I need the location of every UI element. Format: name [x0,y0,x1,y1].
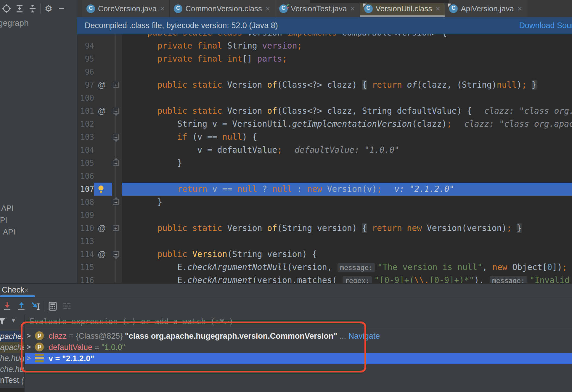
code-text[interactable]: public static Version of(String version)… [122,222,572,235]
line-number[interactable]: 102 [77,118,94,131]
close-icon[interactable]: × [436,5,440,12]
frame-row-4[interactable]: che.hug [0,364,24,375]
code-line-partial[interactable]: public static class Version implements C… [77,34,572,39]
tab-coreversion-java[interactable]: CCoreVersion.java× [82,0,170,17]
code-line-100[interactable]: 100 [77,91,572,105]
code-text[interactable]: public static Version of(Class<?> clazz,… [122,105,572,118]
close-icon[interactable]: × [266,5,270,12]
tab-commonversion-class[interactable]: CCommonVersion.class× [170,0,275,17]
code-text[interactable]: E.checkArgument(version.matches( regex:"… [122,274,572,283]
code-text[interactable] [122,235,572,248]
code-line-95[interactable]: 95 private final int[] parts; [77,52,572,65]
line-number[interactable]: 109 [77,209,94,222]
fold-marker-start-icon[interactable]: − [113,251,119,257]
code-line-96[interactable]: 96 [77,65,572,78]
line-number[interactable]: 103 [77,131,94,144]
close-icon[interactable]: × [160,5,165,12]
line-number[interactable]: 107 [77,183,94,196]
code-text[interactable]: v = defaultValue;defaultValue: "1.0.0" [122,144,572,157]
code-line-105[interactable]: 105− } [77,157,572,170]
code-text[interactable]: E.checkArgumentNotNull(version, message:… [122,261,572,274]
code-text[interactable] [122,65,572,78]
line-number[interactable]: 94 [77,39,94,52]
close-icon[interactable]: × [518,5,522,12]
code-text[interactable] [122,91,572,105]
line-number[interactable]: 113 [77,235,94,248]
gear-icon[interactable]: ⚙ [42,2,55,15]
code-line-102[interactable]: 102 String v = VersionUtil.getImplementa… [77,118,572,131]
run-to-cursor-icon[interactable] [28,299,43,313]
line-number[interactable]: 104 [77,144,94,157]
caret-down-icon[interactable]: ▼ [11,317,16,324]
code-line-107[interactable]: 107 return v == null ? null : new Versio… [77,183,572,196]
code-text[interactable]: } [122,157,572,170]
code-line-103[interactable]: 103− if (v == null) { [77,131,572,144]
line-number[interactable]: 96 [77,65,94,78]
code-text[interactable]: private final int[] parts; [122,52,572,65]
code-line-101[interactable]: 101@− public static Version of(Class<?> … [77,105,572,118]
expand-all-icon[interactable] [13,2,26,15]
code-line-104[interactable]: 104 v = defaultValue;defaultValue: "1.0.… [77,144,572,157]
code-text[interactable]: } [122,196,572,209]
code-line-113[interactable]: 113 [77,235,572,248]
code-text[interactable]: if (v == null) { [122,131,572,144]
variable-row-1[interactable]: >pclazz = {Class@825} "class org.apache.… [25,330,572,342]
fold-marker-plus-icon[interactable]: + [113,82,119,88]
evaluate-expression-input[interactable]: Evaluate expression (↵) or add a watch (… [25,314,572,329]
code-line-110[interactable]: 110@+ public static Version of(String ve… [77,222,572,235]
sidebar-project-label[interactable]: gegraph [0,18,29,28]
line-number[interactable]: 108 [77,196,94,209]
line-number[interactable]: 114 [77,248,94,261]
chevron-right-icon[interactable]: > [27,343,31,351]
code-text[interactable] [122,170,572,183]
code-text[interactable]: return v == null ? null : new Version(v)… [122,183,572,196]
debug-tab-check[interactable]: Check [2,285,25,295]
evaluate-expression-icon[interactable] [46,299,60,313]
line-number[interactable]: 110 [77,222,94,235]
frame-row-3[interactable]: he.huge [0,353,24,364]
frame-row-5[interactable]: nTest ( [0,375,24,386]
step-out-icon[interactable] [14,299,28,313]
hide-icon[interactable] [55,2,68,15]
frame-row-2[interactable]: apache [0,342,24,353]
fold-marker-end-icon[interactable]: − [113,199,119,205]
code-text[interactable]: private final String version; [122,39,572,52]
frame-row-1[interactable]: pache.. [0,331,24,342]
close-icon[interactable]: × [24,286,29,295]
navigate-link[interactable]: Navigate [348,332,380,340]
code-line-108[interactable]: 108− } [77,196,572,209]
fold-marker-plus-icon[interactable]: + [113,225,119,231]
download-sources-link[interactable]: Download Sour [519,21,572,30]
line-number[interactable] [77,34,94,39]
collapse-all-icon[interactable] [26,2,39,15]
filter-funnel-icon[interactable] [0,317,7,327]
chevron-right-icon[interactable]: > [27,354,31,362]
line-number[interactable]: 116 [77,274,94,283]
line-number[interactable]: 115 [77,261,94,274]
code-text[interactable]: public static Version of(Class<?> clazz)… [122,78,572,91]
force-step-into-icon[interactable] [0,299,14,313]
code-editor[interactable]: public static class Version implements C… [77,34,572,283]
layout-settings-icon[interactable] [60,299,74,313]
chevron-right-icon[interactable]: > [27,332,31,340]
sidebar-item-api-2[interactable]: PI [0,216,7,225]
code-text[interactable]: String v = VersionUtil.getImplementation… [122,118,572,131]
close-icon[interactable]: × [350,5,355,12]
sidebar-item-api-1[interactable]: API [1,204,14,213]
locate-icon[interactable] [0,2,13,15]
variable-row-3[interactable]: >v = "2.1.2.0" [25,353,572,364]
fold-marker-start-icon[interactable]: − [113,134,119,140]
variable-row-2[interactable]: >pdefaultValue = "1.0.0" [25,342,572,353]
sidebar-item-api-3[interactable]: API [3,227,15,237]
line-number[interactable]: 101 [77,105,94,118]
fold-marker-start-icon[interactable]: − [113,108,119,114]
code-line-116[interactable]: 116 E.checkArgument(version.matches( reg… [77,274,572,283]
code-line-94[interactable]: 94 private final String version; [77,39,572,52]
code-text[interactable] [122,209,572,222]
line-number[interactable]: 106 [77,170,94,183]
code-line-106[interactable]: 106 [77,170,572,183]
code-text[interactable]: public Version(String version) { [122,248,572,261]
code-line-97[interactable]: 97@+ public static Version of(Class<?> c… [77,78,572,91]
tab-apiversion-java[interactable]: CApiVersion.java× [445,0,527,17]
intention-bulb-icon[interactable] [98,185,104,195]
